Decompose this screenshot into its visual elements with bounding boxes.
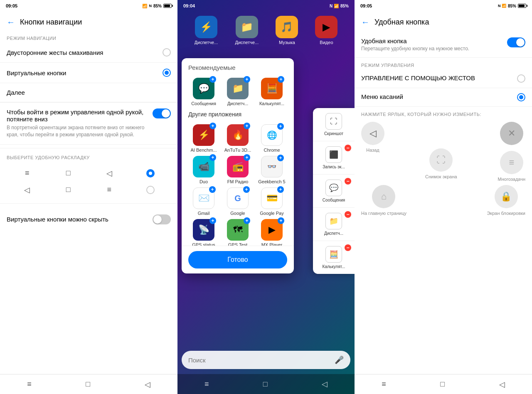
ready-button[interactable]: Готово: [188, 251, 287, 268]
duo-icon: 📹 +: [193, 156, 214, 177]
app-duo[interactable]: 📹 + Duo: [188, 156, 219, 184]
hide-buttons-label: Виртуальные кнопки можно скрыть: [7, 216, 108, 223]
add-badge-gmail: +: [209, 186, 216, 193]
app-google[interactable]: G + Google: [222, 187, 253, 216]
layout-option-radio-empty[interactable]: [130, 186, 171, 194]
add-badge-calc: +: [278, 76, 284, 83]
virtual-buttons-radio[interactable]: [163, 69, 171, 77]
rec-calc-icon: 🧮 +: [261, 78, 283, 99]
app-gmail[interactable]: ✉️ + Gmail: [188, 187, 219, 216]
virtual-buttons-row[interactable]: Виртуальные кнопки: [0, 63, 177, 83]
square-icon: □: [62, 167, 74, 179]
touch-menu-radio[interactable]: [517, 93, 525, 101]
one-hand-sub: В портретной ориентации экрана потяните …: [7, 124, 148, 138]
ai-bench-icon: ⚡ +: [193, 124, 214, 146]
antutu-icon: 🔥 +: [227, 124, 249, 146]
control-screenshot[interactable]: ⛶ Снимок экрана: [425, 148, 457, 179]
add-badge-antutu: +: [244, 123, 250, 129]
nav-menu-p3[interactable]: ≡: [382, 380, 386, 389]
app-ai-bench[interactable]: ⚡ + AI Benchm...: [188, 124, 219, 153]
mx-player-name: MX Player: [261, 242, 283, 246]
home-btn[interactable]: ⌂: [372, 185, 395, 208]
gmail-name: Gmail: [198, 211, 210, 216]
app-geekbench[interactable]: 👓 + Geekbench 5: [256, 156, 287, 184]
page-title-p1: Кнопки навигации: [20, 18, 82, 27]
add-badge-messages: +: [209, 76, 216, 83]
layout-option-back2[interactable]: ◁: [7, 184, 48, 196]
google-name: Google: [230, 211, 245, 216]
multitask-btn[interactable]: ≡: [500, 151, 523, 174]
convenient-btn-text: Удобная кнопка Перетащите удобную кнопку…: [361, 37, 507, 52]
next-row[interactable]: Далее: [0, 83, 177, 102]
app-chrome[interactable]: 🌐 + Chrome: [256, 124, 287, 153]
status-bar-panel1: 09:05 📶 N 85%: [0, 0, 177, 12]
convenient-btn-title: Удобная кнопка: [361, 37, 507, 44]
nav-home-p3[interactable]: □: [440, 380, 445, 389]
gps-status-icon: 📡 +: [193, 219, 214, 241]
app-antutu[interactable]: 🔥 + AnTuTu 3D...: [222, 124, 253, 153]
rec-app-files[interactable]: 📁 + Диспетч...: [222, 78, 253, 106]
layout-option-square[interactable]: □: [48, 167, 89, 179]
app-mx-player[interactable]: ▶ + MX Player: [256, 219, 287, 246]
app-gpay[interactable]: 💳 + Google Pay: [256, 187, 287, 216]
layout-option-menu2[interactable]: ≡: [89, 184, 130, 196]
mx-player-icon: ▶ +: [261, 219, 283, 241]
control-lock-screen[interactable]: 🔒 Экран блокировки: [487, 185, 525, 216]
add-badge-ai: +: [209, 123, 216, 129]
one-hand-toggle[interactable]: [153, 108, 171, 118]
status-time-p3: 09:05: [360, 3, 372, 8]
back-control-btn[interactable]: ◁: [361, 122, 384, 145]
app-gps-status[interactable]: 📡 + GPS status: [188, 219, 219, 246]
gps-status-name: GPS status: [192, 242, 215, 246]
status-icons-p1: 📶 N 85%: [142, 4, 172, 8]
control-spacer: [429, 122, 453, 145]
signal-icon: N: [149, 4, 152, 8]
add-badge-google: +: [243, 186, 250, 193]
rec-app-messages[interactable]: 💬 + Сообщения: [188, 78, 219, 106]
layout-option-square2[interactable]: □: [48, 184, 89, 196]
center-x-btn[interactable]: ✕: [500, 122, 523, 145]
gesture-swipe-label: Двусторонние жесты смахивания: [7, 49, 103, 56]
add-badge-geek: +: [277, 155, 284, 161]
touch-menu-row[interactable]: Меню касаний: [355, 88, 532, 107]
nav-menu-p1[interactable]: ≡: [27, 380, 32, 389]
header-p3: ← Удобная кнопка: [355, 12, 532, 32]
control-home[interactable]: ⌂ На главную страницу: [361, 185, 406, 216]
back-button-p1[interactable]: ←: [7, 17, 15, 27]
nav-back-p1[interactable]: ◁: [145, 380, 150, 389]
back-icon: ◁: [103, 167, 115, 179]
rec-files-name: Диспетч...: [227, 101, 249, 106]
add-badge-gps: +: [209, 217, 216, 224]
control-multitask[interactable]: ≡ Многозадачн: [498, 151, 525, 182]
nav-back-p3[interactable]: ◁: [499, 380, 505, 389]
screenshot-control-btn[interactable]: ⛶: [429, 148, 453, 172]
app-fm[interactable]: 📻 + FM Радио: [222, 156, 253, 184]
bottom-nav-p3: ≡ □ ◁: [355, 374, 532, 394]
lock-screen-label: Экран блокировки: [487, 211, 525, 216]
layout-option-menu[interactable]: ≡: [7, 167, 48, 179]
geekbench-icon: 👓 +: [261, 156, 283, 177]
rec-app-calc[interactable]: 🧮 + Калькулят...: [256, 78, 287, 106]
control-center-x[interactable]: ✕: [500, 122, 523, 148]
nav-home-p1[interactable]: □: [86, 380, 90, 389]
convenient-toggle[interactable]: [507, 37, 525, 47]
status-bar-p3: 09:05 N 📶 85%: [355, 0, 532, 12]
other-apps-grid: ⚡ + AI Benchm... 🔥 + AnTuTu 3D...: [182, 121, 294, 246]
layout-option-radio-selected[interactable]: [130, 169, 171, 177]
status-icons-p3: N 📶 85%: [498, 4, 526, 8]
back-button-p3[interactable]: ←: [361, 17, 369, 27]
app-gps-test[interactable]: 🗺 + GPS.Test: [222, 219, 253, 246]
battery-icon-p1: [163, 4, 172, 8]
signal-p3: N 📶: [498, 4, 506, 8]
lock-screen-btn[interactable]: 🔒: [495, 185, 518, 208]
gesture-control-row[interactable]: УПРАВЛЕНИЕ С ПОМОЩЬЮ ЖЕСТОВ: [355, 69, 532, 88]
layout-option-back[interactable]: ◁: [89, 167, 130, 179]
rec-calc-name: Калькулят...: [259, 101, 284, 106]
gesture-control-radio[interactable]: [517, 74, 525, 83]
gesture-swipe-radio[interactable]: [163, 48, 171, 57]
gesture-swipe-row[interactable]: Двусторонние жесты смахивания: [0, 42, 177, 63]
control-back[interactable]: ◁ Назад: [361, 122, 384, 153]
rec-files-icon: 📁 +: [227, 78, 249, 99]
gesture-control-label: УПРАВЛЕНИЕ С ПОМОЩЬЮ ЖЕСТОВ: [361, 74, 475, 81]
hide-buttons-toggle[interactable]: [153, 214, 171, 224]
